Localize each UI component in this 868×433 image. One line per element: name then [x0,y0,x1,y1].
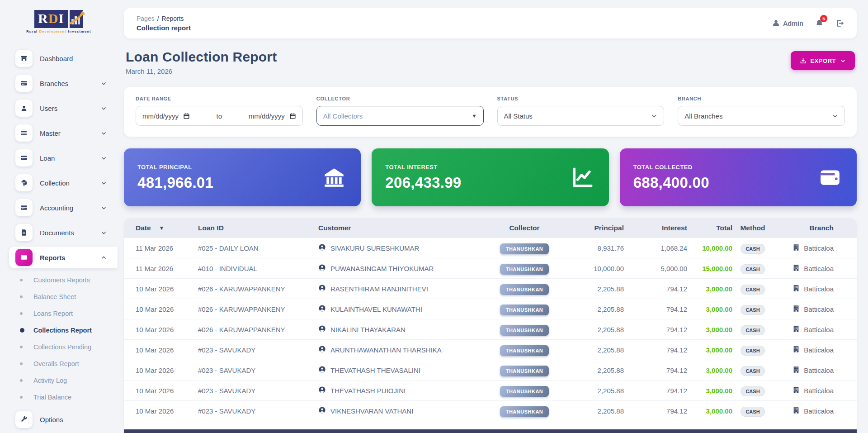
building-icon [793,346,800,354]
sidebar-item-reports[interactable]: Reports [9,247,118,268]
card-icon [15,149,33,167]
column-header-method: Method [740,224,765,232]
sidebar-subitem-customers-reports[interactable]: Customers Reports [20,271,118,288]
card-icon [15,249,33,266]
sidebar-subitem-activity-log[interactable]: Activity Log [20,372,118,389]
cell-date: 10 Mar 2026 [136,407,198,415]
table-footer-bar [124,429,857,433]
date-range-separator: to [217,112,222,120]
cell-method: CASH [741,346,764,354]
sidebar-item-master[interactable]: Master [9,122,118,144]
collector-badge: THANUSHKAN [500,243,549,254]
column-header-total: Total [716,224,732,232]
bullet-dot-icon [20,328,24,333]
user-menu[interactable]: Admin [772,19,803,28]
top-navbar: Pages/Reports Collection report Admin 5 [124,8,857,38]
status-select[interactable]: All Status [497,106,665,126]
cell-date: 10 Mar 2026 [136,366,198,374]
person-circle-icon [318,264,326,273]
building-icon [793,264,800,273]
page-breadcrumb-title: Collection report [137,24,191,32]
cell-loan-id: #023 - SAVUKADY [198,407,318,415]
sidebar-item-users[interactable]: Users [9,97,118,119]
cell-principal: 2,205.88 [598,285,624,293]
sidebar-subitem-balance-sheet[interactable]: Balance Sheet [20,288,118,305]
cell-branch: Batticaloa [793,244,834,252]
method-badge: CASH [741,244,764,254]
cell-branch: Batticaloa [793,386,834,395]
person-circle-icon [318,305,326,314]
sidebar-subitem-overalls-report[interactable]: Overalls Report [20,355,118,372]
chevron-down-icon [651,113,657,119]
cell-branch: Batticaloa [793,264,834,273]
person-circle-icon [318,243,326,252]
chevron-down-icon [101,130,107,136]
branch-select[interactable]: All Branches [678,106,845,126]
app-root: RDI Rural Development Investment Dashboa… [0,0,868,433]
column-header-date-sort[interactable]: Date▼ [136,224,198,232]
cell-branch: Batticaloa [793,325,834,334]
sidebar-item-documents[interactable]: Documents [9,222,118,243]
cell-collector: THANUSHKAN [500,305,549,313]
chevron-up-icon [101,255,107,261]
sidebar-subitem-loans-report[interactable]: Loans Report [20,305,118,322]
cell-total: 3,000.00 [706,305,732,313]
cell-principal: 2,205.88 [598,326,624,333]
cell-method: CASH [741,326,764,333]
building-icon [793,325,800,334]
sidebar-item-collection[interactable]: Collection [9,172,118,194]
calendar-icon [183,113,190,119]
breadcrumb-root[interactable]: Pages [137,15,155,22]
cell-interest: 794.12 [666,366,687,374]
column-header-principal: Principal [594,224,624,232]
notifications-button[interactable]: 5 [815,19,824,28]
user-icon [15,100,33,117]
sidebar-item-dashboard[interactable]: Dashboard [9,48,118,69]
sidebar-item-branches[interactable]: Branches [9,72,118,94]
status-label: STATUS [497,96,665,101]
date-from-input[interactable]: mm/dd/yyyy [142,112,190,120]
cell-collector: THANUSHKAN [500,285,549,293]
chevron-down-icon [101,180,107,186]
sidebar-item-label: Accounting [40,204,101,212]
topbar-actions: Admin 5 [772,19,844,28]
sidebar-item-options[interactable]: Options [9,409,118,430]
cell-collector: THANUSHKAN [500,265,549,272]
date-to-input[interactable]: mm/dd/yyyy [249,112,296,120]
building-icon [793,366,800,375]
chevron-down-icon [101,230,107,236]
sidebar-subitem-collections-pending[interactable]: Collections Pending [20,338,118,355]
column-header-interest: Interest [662,224,687,232]
breadcrumb-current[interactable]: Reports [162,15,184,22]
cell-method: CASH [741,244,764,252]
collector-badge: THANUSHKAN [500,284,549,295]
sidebar-subitem-collections-report[interactable]: Collections Report [20,322,118,338]
sort-desc-icon: ▼ [159,225,165,231]
bullet-dot-icon [20,312,23,315]
table-row: 10 Mar 2026#026 - KARUWAPPANKENYNIKALINI… [124,319,857,340]
cell-loan-id: #026 - KARUWAPPANKENY [198,305,318,313]
cell-customer: KULAINTHAVEL KUNAWATHI [318,305,466,314]
logout-button[interactable] [835,19,844,28]
sidebar-subitem-trial-balance[interactable]: Trial Balance [20,389,118,405]
bullet-dot-icon [20,362,23,365]
page-title: Loan Collection Report [126,49,277,65]
cell-collector: THANUSHKAN [500,407,549,415]
chevron-down-icon [101,205,107,211]
export-button[interactable]: EXPORT [791,51,855,70]
collector-badge: THANUSHKAN [500,264,549,275]
cell-collector: THANUSHKAN [500,387,549,395]
collector-select[interactable]: All Collectors ▼ [316,106,484,126]
cell-total: 10,000.00 [702,244,732,252]
cell-principal: 2,205.88 [598,407,624,415]
cell-collector: THANUSHKAN [500,326,549,333]
sidebar-item-accounting[interactable]: Accounting [9,197,118,219]
method-badge: CASH [741,386,764,396]
cell-date: 10 Mar 2026 [136,305,198,313]
brand-logo[interactable]: RDI Rural Development Investment [0,10,118,41]
cell-principal: 2,205.88 [598,346,624,354]
cell-loan-id: #026 - KARUWAPPANKENY [198,326,318,333]
main-content: Pages/Reports Collection report Admin 5 [118,0,868,433]
box-icon [15,174,33,191]
sidebar-item-loan[interactable]: Loan [9,147,118,169]
